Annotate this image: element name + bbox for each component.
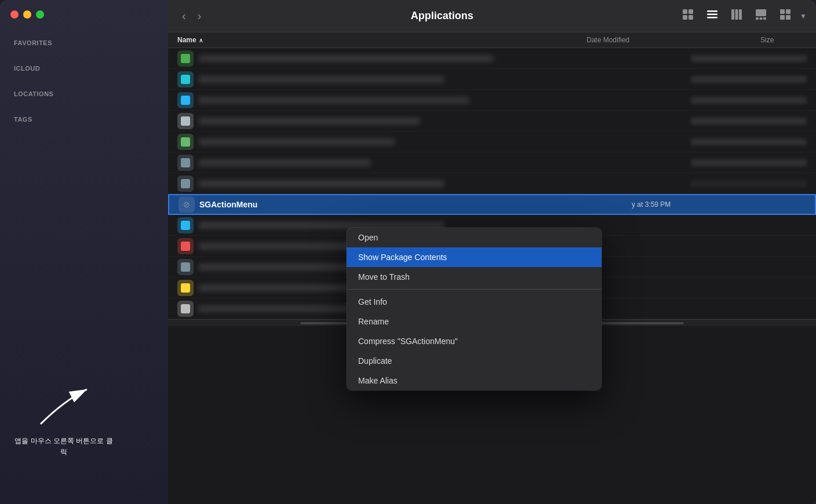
context-menu-item-get-info[interactable]: Get Info xyxy=(347,292,602,312)
col-size-header[interactable]: Size xyxy=(760,36,807,44)
context-menu-item-rename[interactable]: Rename xyxy=(347,312,602,331)
view-controls: ▼ xyxy=(678,6,807,26)
gallery-view-button[interactable] xyxy=(751,6,771,26)
sidebar-section-locations: Locations xyxy=(0,79,168,104)
maximize-button[interactable] xyxy=(36,10,44,19)
context-menu-item-duplicate[interactable]: Duplicate xyxy=(347,351,602,371)
svg-rect-13 xyxy=(760,17,763,20)
svg-rect-7 xyxy=(707,17,717,19)
more-view-button[interactable] xyxy=(775,6,795,26)
context-menu-item-make-alias[interactable]: Make Alias xyxy=(347,371,602,390)
locations-label: Locations xyxy=(9,90,159,97)
selected-file-row[interactable]: ⊘ SGActionMenu y at 3:59 PM xyxy=(168,194,816,215)
annotation-container: 앱을 마우스 오른쪽 버튼으로 클릭 xyxy=(12,378,116,458)
context-menu-item-move-to-trash[interactable]: Move to Trash xyxy=(347,267,602,287)
annotation-text: 앱을 마우스 오른쪽 버튼으로 클릭 xyxy=(12,436,116,458)
toolbar-title: Applications xyxy=(215,10,669,22)
svg-rect-15 xyxy=(780,9,785,14)
context-menu: Open Show Package Contents Move to Trash… xyxy=(347,228,602,390)
table-row[interactable] xyxy=(168,132,816,152)
selected-file-date: y at 3:59 PM xyxy=(632,200,806,209)
toolbar: ‹ › Applications xyxy=(168,0,816,32)
column-headers: Name ∧ Date Modified Size xyxy=(168,32,816,48)
table-row[interactable] xyxy=(168,152,816,173)
nav-buttons: ‹ › xyxy=(177,7,206,25)
sidebar-section-favorites: Favorites xyxy=(0,28,168,53)
context-menu-separator-1 xyxy=(347,289,602,290)
file-list[interactable]: ⊘ SGActionMenu y at 3:59 PM xyxy=(168,48,816,504)
svg-rect-2 xyxy=(688,9,693,14)
col-name-header[interactable]: Name ∧ xyxy=(177,36,586,44)
svg-rect-5 xyxy=(707,10,717,12)
column-view-button[interactable] xyxy=(727,6,746,26)
traffic-lights xyxy=(10,10,44,19)
svg-rect-4 xyxy=(688,15,693,20)
svg-rect-17 xyxy=(780,15,785,20)
icloud-label: iCloud xyxy=(9,65,159,72)
svg-rect-1 xyxy=(683,9,687,14)
minimize-button[interactable] xyxy=(23,10,31,19)
col-date-header[interactable]: Date Modified xyxy=(586,36,760,44)
table-row[interactable] xyxy=(168,111,816,132)
svg-rect-18 xyxy=(786,15,790,20)
table-row[interactable] xyxy=(168,173,816,194)
view-dropdown-arrow[interactable]: ▼ xyxy=(800,12,807,20)
sidebar-section-tags: Tags xyxy=(0,104,168,130)
sidebar: Favorites iCloud Locations Tags 앱을 마우스 오… xyxy=(0,0,168,504)
finder-window: Favorites iCloud Locations Tags 앱을 마우스 오… xyxy=(0,0,816,504)
svg-rect-3 xyxy=(683,15,687,20)
table-row[interactable] xyxy=(168,69,816,90)
context-menu-item-compress[interactable]: Compress "SGActionMenu" xyxy=(347,331,602,351)
sort-indicator: ∧ xyxy=(199,37,203,43)
svg-rect-9 xyxy=(735,9,738,20)
selected-file-name: SGActionMenu xyxy=(199,200,632,209)
sidebar-section-icloud: iCloud xyxy=(0,53,168,79)
icon-view-button[interactable] xyxy=(678,6,698,26)
context-menu-item-show-package-contents[interactable]: Show Package Contents xyxy=(347,247,602,267)
tags-label: Tags xyxy=(9,116,159,123)
back-button[interactable]: ‹ xyxy=(177,7,191,25)
favorites-label: Favorites xyxy=(9,39,159,46)
svg-rect-8 xyxy=(731,9,734,20)
context-menu-item-open[interactable]: Open xyxy=(347,228,602,247)
svg-rect-12 xyxy=(756,17,759,20)
forward-button[interactable]: › xyxy=(193,7,206,25)
arrow-icon xyxy=(29,378,99,436)
main-area: ‹ › Applications xyxy=(168,0,816,504)
svg-rect-10 xyxy=(739,9,742,20)
svg-rect-14 xyxy=(763,17,766,20)
svg-rect-6 xyxy=(707,14,717,16)
svg-rect-11 xyxy=(756,9,766,16)
table-row[interactable] xyxy=(168,48,816,69)
close-button[interactable] xyxy=(10,10,19,19)
svg-rect-16 xyxy=(786,9,790,14)
list-view-button[interactable] xyxy=(702,6,722,26)
table-row[interactable] xyxy=(168,90,816,111)
